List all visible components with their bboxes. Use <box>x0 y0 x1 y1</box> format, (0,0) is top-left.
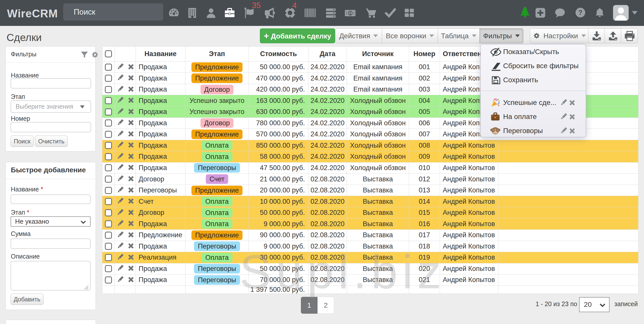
svg-text:1: 1 <box>349 11 351 16</box>
svg-text:?: ? <box>578 9 583 16</box>
